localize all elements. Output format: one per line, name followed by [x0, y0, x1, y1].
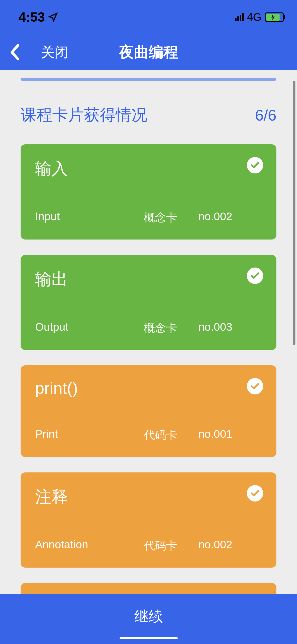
card-type: 代码卡: [144, 428, 198, 443]
status-time-area: 4:53: [18, 10, 58, 25]
card-number: no.002: [198, 538, 262, 553]
card-type: 概念卡: [144, 210, 198, 225]
check-icon: [247, 157, 263, 173]
card-type: 概念卡: [144, 321, 198, 335]
home-indicator[interactable]: [120, 637, 178, 639]
continue-label: 继续: [134, 607, 163, 626]
check-icon: [247, 485, 263, 502]
card-title: print(): [35, 379, 262, 397]
battery-icon: [265, 12, 284, 22]
card-footer: Annotation 代码卡 no.002: [35, 538, 262, 553]
back-button[interactable]: [9, 44, 20, 61]
section-header: 课程卡片获得情况 6/6: [21, 104, 276, 126]
card-english: Input: [35, 210, 144, 225]
scroll-indicator[interactable]: [293, 81, 295, 345]
check-icon: [247, 378, 263, 394]
continue-button[interactable]: 继续: [0, 594, 297, 644]
progress-bar: [21, 78, 276, 81]
card-english: Print: [35, 428, 144, 443]
card-english: Output: [35, 321, 144, 335]
card-title: 注释: [35, 486, 262, 508]
card-string[interactable]: 字符串: [21, 583, 276, 594]
network-label: 4G: [247, 11, 262, 24]
card-input[interactable]: 输入 Input 概念卡 no.002: [21, 144, 276, 240]
charging-icon: [271, 14, 275, 20]
card-title: 输出: [35, 268, 262, 290]
signal-icon: [235, 13, 244, 21]
card-footer: Input 概念卡 no.002: [35, 210, 262, 225]
card-title: 输入: [35, 158, 262, 180]
chevron-left-icon: [9, 44, 20, 61]
card-annotation[interactable]: 注释 Annotation 代码卡 no.002: [21, 472, 276, 568]
card-number: no.003: [198, 321, 262, 335]
status-bar: 4:53 4G: [0, 0, 297, 34]
section-count: 6/6: [255, 106, 276, 124]
card-number: no.002: [198, 210, 262, 225]
location-arrow-icon: [48, 12, 58, 22]
content-area: 课程卡片获得情况 6/6 输入 Input 概念卡 no.002 输出 Outp…: [0, 70, 297, 594]
status-right-area: 4G: [235, 11, 284, 24]
card-footer: Output 概念卡 no.003: [35, 321, 262, 335]
card-number: no.001: [198, 428, 262, 443]
check-icon: [247, 268, 263, 284]
status-time: 4:53: [18, 10, 45, 25]
page-title: 夜曲编程: [119, 42, 178, 62]
card-type: 代码卡: [144, 538, 198, 553]
nav-bar: 关闭 夜曲编程: [0, 34, 297, 70]
close-button[interactable]: 关闭: [41, 43, 68, 62]
card-print[interactable]: print() Print 代码卡 no.001: [21, 365, 276, 457]
card-english: Annotation: [35, 538, 144, 553]
card-output[interactable]: 输出 Output 概念卡 no.003: [21, 255, 276, 350]
section-title: 课程卡片获得情况: [21, 104, 147, 126]
card-footer: Print 代码卡 no.001: [35, 428, 262, 443]
